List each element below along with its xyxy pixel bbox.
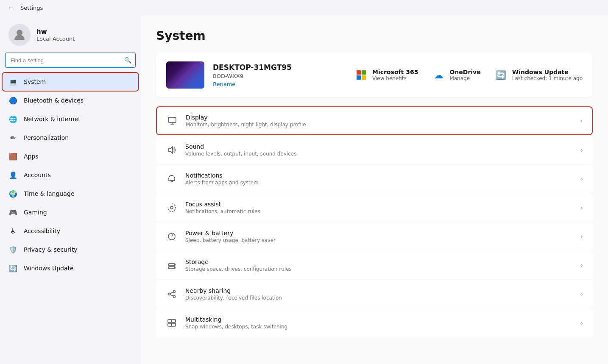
row-sub-sound: Volume levels, output, input, sound devi… (185, 151, 573, 157)
chevron-sound-icon: › (580, 147, 583, 153)
accessibility-icon: ♿ (8, 226, 18, 236)
ms365-icon (357, 70, 366, 80)
chevron-display-icon: › (580, 117, 583, 124)
svg-rect-19 (172, 320, 176, 322)
shortcut-windows-update[interactable]: 🔄 Windows Update Last checked: 1 minute … (494, 68, 583, 82)
row-title-multitasking: Multitasking (185, 316, 573, 323)
device-shortcuts: Microsoft 365 View benefits ☁ OneDrive M… (354, 68, 583, 82)
sidebar-item-bluetooth[interactable]: 🔵 Bluetooth & devices (3, 92, 138, 109)
sidebar-item-system[interactable]: 💻 System (3, 73, 138, 91)
sidebar-label-gaming: Gaming (24, 209, 47, 216)
chevron-focus-assist-icon: › (580, 204, 583, 211)
svg-point-15 (173, 296, 176, 298)
sidebar-label-accounts: Accounts (24, 172, 51, 178)
device-rename-link[interactable]: Rename (213, 81, 346, 87)
sidebar: hw Local Account 🔍 💻 System 🔵 Bluetooth … (0, 15, 141, 364)
svg-point-12 (174, 267, 175, 268)
back-button[interactable]: ← (5, 2, 17, 14)
search-icon: 🔍 (124, 57, 131, 64)
shortcut-sub-ms365: View benefits (372, 75, 418, 81)
network-icon: 🌐 (8, 114, 18, 124)
sidebar-item-apps[interactable]: 🟫 Apps (3, 147, 138, 165)
personalization-icon: ✏️ (8, 133, 18, 142)
sidebar-label-bluetooth: Bluetooth & devices (24, 97, 84, 104)
row-title-storage: Storage (185, 258, 573, 265)
user-account-type: Local Account (36, 36, 75, 42)
sidebar-item-time[interactable]: 🌍 Time & language (3, 185, 138, 203)
row-sub-multitasking: Snap windows, desktops, task switching (185, 324, 573, 330)
sound-icon (166, 144, 178, 156)
settings-row-display[interactable]: Display Monitors, brightness, night ligh… (156, 106, 593, 135)
accounts-icon: 👤 (8, 170, 18, 180)
settings-row-multitasking[interactable]: Multitasking Snap windows, desktops, tas… (156, 309, 593, 337)
device-card: DESKTOP-31MGT95 BOD-WXX9 Rename Microsof… (156, 53, 593, 97)
shortcut-onedrive[interactable]: ☁ OneDrive Manage (432, 68, 480, 82)
sidebar-item-windows-update[interactable]: 🔄 Windows Update (3, 259, 138, 277)
sidebar-label-personalization: Personalization (24, 134, 69, 141)
avatar (8, 24, 31, 46)
shortcut-sub-windows-update: Last checked: 1 minute ago (512, 75, 583, 81)
row-title-display: Display (186, 114, 572, 121)
row-title-sound: Sound (185, 143, 573, 150)
chevron-notifications-icon: › (580, 175, 583, 182)
sidebar-label-privacy: Privacy & security (24, 246, 77, 253)
settings-row-power-battery[interactable]: Power & battery Sleep, battery usage, ba… (156, 222, 593, 250)
chevron-storage-icon: › (580, 262, 583, 269)
storage-icon (166, 259, 178, 271)
chevron-power-battery-icon: › (580, 233, 583, 240)
shortcut-ms365[interactable]: Microsoft 365 View benefits (354, 68, 418, 82)
row-title-notifications: Notifications (185, 172, 573, 179)
svg-marker-4 (168, 147, 173, 153)
privacy-icon: 🛡️ (8, 245, 18, 254)
user-profile[interactable]: hw Local Account (0, 15, 141, 53)
sidebar-item-gaming[interactable]: 🎮 Gaming (3, 203, 138, 221)
page-title: System (156, 29, 593, 43)
svg-point-13 (168, 293, 170, 295)
titlebar-title: Settings (20, 5, 43, 11)
svg-rect-18 (168, 320, 172, 322)
settings-row-nearby-sharing[interactable]: Nearby sharing Discoverability, received… (156, 280, 593, 308)
shortcut-label-onedrive: OneDrive (449, 69, 480, 75)
device-thumbnail (166, 61, 204, 89)
onedrive-icon: ☁ (434, 70, 443, 81)
display-icon (166, 115, 178, 127)
sidebar-item-accessibility[interactable]: ♿ Accessibility (3, 222, 138, 240)
sidebar-label-apps: Apps (24, 153, 39, 160)
shortcut-label-ms365: Microsoft 365 (372, 69, 418, 75)
svg-rect-20 (168, 323, 172, 326)
main-content: System DESKTOP-31MGT95 BOD-WXX9 Rename M… (141, 15, 608, 364)
svg-point-11 (174, 264, 175, 265)
apps-icon: 🟫 (8, 152, 18, 161)
focus-assist-icon (166, 202, 178, 214)
sidebar-label-network: Network & internet (24, 116, 81, 122)
sidebar-label-time: Time & language (24, 190, 74, 197)
svg-rect-1 (168, 117, 176, 122)
row-sub-focus-assist: Notifications, automatic rules (185, 208, 573, 214)
settings-row-focus-assist[interactable]: Focus assist Notifications, automatic ru… (156, 194, 593, 222)
svg-point-14 (173, 291, 176, 293)
chevron-nearby-sharing-icon: › (580, 291, 583, 297)
svg-line-16 (170, 292, 173, 294)
settings-row-storage[interactable]: Storage Storage space, drives, configura… (156, 251, 593, 279)
svg-rect-21 (172, 323, 176, 326)
power-battery-icon (166, 231, 178, 242)
device-subtitle: BOD-WXX9 (213, 73, 346, 79)
row-sub-notifications: Alerts from apps and system (185, 180, 573, 186)
row-title-power-battery: Power & battery (185, 230, 573, 236)
sidebar-nav: 💻 System 🔵 Bluetooth & devices 🌐 Network… (0, 73, 141, 277)
bluetooth-icon: 🔵 (8, 96, 18, 105)
sidebar-item-network[interactable]: 🌐 Network & internet (3, 110, 138, 128)
sidebar-item-personalization[interactable]: ✏️ Personalization (3, 129, 138, 147)
settings-row-notifications[interactable]: Notifications Alerts from apps and syste… (156, 165, 593, 193)
device-name: DESKTOP-31MGT95 (213, 63, 346, 72)
row-sub-nearby-sharing: Discoverability, received files location (185, 295, 573, 301)
settings-row-sound[interactable]: Sound Volume levels, output, input, soun… (156, 136, 593, 164)
notifications-icon (166, 173, 178, 185)
sidebar-item-accounts[interactable]: 👤 Accounts (3, 166, 138, 184)
titlebar: ← Settings (0, 0, 608, 15)
svg-line-17 (170, 295, 173, 296)
search-input[interactable] (5, 53, 136, 68)
shortcut-label-windows-update: Windows Update (512, 69, 583, 75)
sidebar-item-privacy[interactable]: 🛡️ Privacy & security (3, 241, 138, 258)
row-title-nearby-sharing: Nearby sharing (185, 287, 573, 294)
